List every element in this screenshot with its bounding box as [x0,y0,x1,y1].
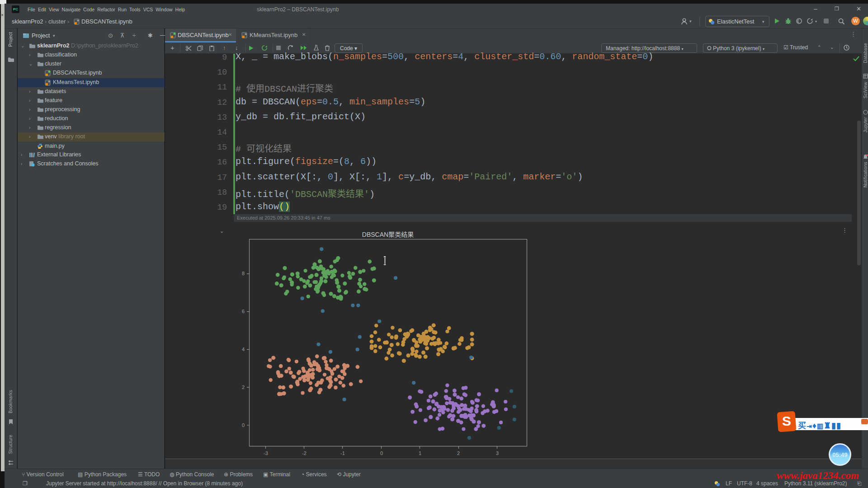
svg-text:-1: -1 [340,450,345,456]
svg-text:8: 8 [242,271,245,276]
svg-text:-2: -2 [302,450,307,456]
svg-text:2: 2 [242,385,245,390]
svg-text:0: 0 [242,422,245,428]
svg-text:6: 6 [242,309,245,314]
svg-text:-3: -3 [264,450,268,456]
svg-text:1: 1 [419,450,421,456]
svg-text:2: 2 [457,450,460,456]
svg-text:DBSCAN聚类结果: DBSCAN聚类结果 [362,231,414,238]
svg-text:3: 3 [496,450,499,456]
svg-text:4: 4 [242,347,245,352]
svg-text:0: 0 [380,450,383,456]
